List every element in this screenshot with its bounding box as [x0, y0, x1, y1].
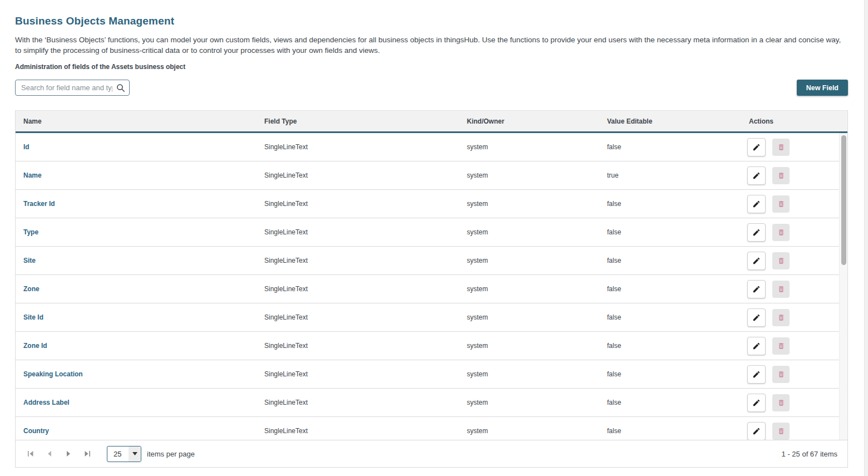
row-actions-cell — [741, 195, 839, 213]
edit-button[interactable] — [747, 337, 766, 355]
next-page-button[interactable] — [61, 446, 76, 461]
delete-button[interactable] — [772, 423, 790, 440]
pencil-icon — [752, 285, 761, 293]
trash-icon — [777, 313, 785, 322]
trash-icon — [777, 200, 785, 208]
pencil-icon — [752, 143, 761, 151]
page-description: With the ‘Business Objects’ functions, y… — [15, 35, 848, 56]
edit-button[interactable] — [747, 422, 766, 440]
table-scrollbar-track[interactable] — [839, 133, 847, 440]
table-row: Type SingleLineText system false — [16, 218, 839, 247]
kind-owner-cell: system — [459, 228, 599, 236]
table-row: Site Id SingleLineText system false — [16, 303, 839, 332]
field-name-link[interactable]: Tracker Id — [16, 200, 257, 208]
pagination-range-label: 1 - 25 of 67 items — [782, 450, 840, 458]
edit-button[interactable] — [747, 308, 766, 327]
field-name-link[interactable]: Zone Id — [16, 342, 257, 350]
value-editable-cell: false — [599, 399, 741, 406]
row-actions-cell — [741, 252, 839, 270]
trash-icon — [777, 370, 785, 379]
column-header-field-type[interactable]: Field Type — [257, 117, 459, 125]
main-content: Business Objects Management With the ‘Bu… — [15, 15, 848, 468]
delete-button[interactable] — [772, 309, 790, 326]
field-type-cell: SingleLineText — [257, 399, 459, 406]
edit-button[interactable] — [747, 365, 766, 384]
delete-button[interactable] — [772, 281, 790, 298]
page-scrollbar-track[interactable] — [864, 0, 868, 476]
search-input[interactable] — [16, 80, 129, 95]
field-name-link[interactable]: Zone — [16, 285, 257, 293]
edit-button[interactable] — [747, 252, 766, 270]
kind-owner-cell: system — [459, 342, 599, 350]
field-name-link[interactable]: Name — [16, 171, 257, 179]
row-actions-cell — [741, 223, 839, 242]
previous-page-button[interactable] — [42, 446, 57, 461]
new-field-button[interactable]: New Field — [797, 80, 848, 96]
pencil-icon — [752, 370, 761, 379]
table-row: Id SingleLineText system false — [16, 133, 839, 161]
table-row: Zone Id SingleLineText system false — [16, 332, 839, 360]
field-name-link[interactable]: Type — [16, 228, 257, 236]
kind-owner-cell: system — [459, 171, 599, 179]
toolbar: New Field — [15, 80, 848, 96]
field-name-link[interactable]: Id — [16, 143, 257, 151]
row-actions-cell — [741, 337, 839, 355]
field-name-link[interactable]: Speaking Location — [16, 370, 257, 378]
items-per-page-select[interactable]: 25 — [107, 446, 141, 462]
first-page-button[interactable] — [23, 446, 38, 461]
table-row: Name SingleLineText system true — [16, 161, 839, 190]
value-editable-cell: false — [599, 342, 741, 350]
trash-icon — [777, 171, 785, 180]
field-name-link[interactable]: Country — [16, 427, 257, 435]
value-editable-cell: false — [599, 370, 741, 378]
field-name-link[interactable]: Address Label — [16, 399, 257, 406]
value-editable-cell: true — [599, 171, 741, 179]
trash-icon — [777, 257, 785, 265]
field-type-cell: SingleLineText — [257, 285, 459, 293]
pagination-bar: 25 items per page 1 - 25 of 67 items — [15, 440, 848, 468]
pencil-icon — [752, 228, 761, 237]
edit-button[interactable] — [747, 394, 766, 412]
chevron-down-icon — [129, 446, 141, 462]
delete-button[interactable] — [772, 366, 790, 383]
table-header: Name Field Type Kind/Owner Value Editabl… — [16, 110, 847, 133]
kind-owner-cell: system — [459, 313, 599, 321]
table-row: Speaking Location SingleLineText system … — [16, 360, 839, 389]
table-scrollbar-thumb[interactable] — [841, 135, 846, 265]
kind-owner-cell: system — [459, 427, 599, 435]
delete-button[interactable] — [772, 337, 790, 355]
column-header-value-editable[interactable]: Value Editable — [599, 117, 741, 125]
delete-button[interactable] — [772, 167, 790, 184]
field-name-link[interactable]: Site Id — [16, 313, 257, 321]
pencil-icon — [752, 257, 761, 265]
delete-button[interactable] — [772, 252, 790, 269]
row-actions-cell — [741, 422, 839, 440]
delete-button[interactable] — [772, 195, 790, 213]
trash-icon — [777, 399, 785, 407]
field-type-cell: SingleLineText — [257, 171, 459, 179]
value-editable-cell: false — [599, 313, 741, 321]
kind-owner-cell: system — [459, 370, 599, 378]
kind-owner-cell: system — [459, 285, 599, 293]
edit-button[interactable] — [747, 223, 766, 242]
items-per-page-value: 25 — [107, 446, 129, 462]
pencil-icon — [752, 342, 761, 350]
edit-button[interactable] — [747, 195, 766, 213]
pencil-icon — [752, 399, 761, 407]
edit-button[interactable] — [747, 138, 766, 156]
edit-button[interactable] — [747, 280, 766, 298]
row-actions-cell — [741, 166, 839, 185]
delete-button[interactable] — [772, 139, 790, 156]
row-actions-cell — [741, 308, 839, 327]
trash-icon — [777, 285, 785, 293]
pencil-icon — [752, 313, 761, 322]
delete-button[interactable] — [772, 394, 790, 411]
column-header-kind-owner[interactable]: Kind/Owner — [459, 117, 599, 125]
column-header-name[interactable]: Name — [16, 117, 257, 125]
edit-button[interactable] — [747, 166, 766, 185]
delete-button[interactable] — [772, 224, 790, 241]
field-name-link[interactable]: Site — [16, 257, 257, 264]
last-page-button[interactable] — [80, 446, 95, 461]
search-box — [15, 80, 130, 96]
kind-owner-cell: system — [459, 143, 599, 151]
